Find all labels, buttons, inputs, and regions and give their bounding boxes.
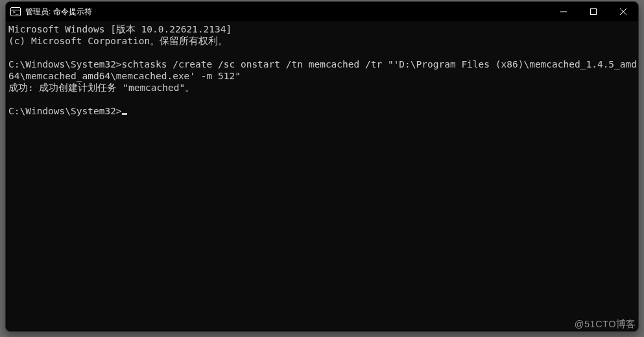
- minimize-button[interactable]: [549, 2, 578, 21]
- app-icon-wrap: >_: [6, 2, 25, 21]
- terminal-output[interactable]: Microsoft Windows [版本 10.0.22621.2134] (…: [6, 21, 638, 331]
- close-button[interactable]: [608, 2, 638, 21]
- result-text: 成功: 成功创建计划任务 "memcached"。: [8, 82, 195, 93]
- minimize-icon: [560, 8, 567, 15]
- titlebar-drag-region[interactable]: [95, 2, 549, 21]
- maximize-button[interactable]: [578, 2, 608, 21]
- maximize-icon: [590, 8, 597, 15]
- banner-line-2: (c) Microsoft Corporation。保留所有权利。: [8, 36, 228, 46]
- banner-line-1: Microsoft Windows [版本 10.0.22621.2134]: [8, 24, 232, 34]
- titlebar[interactable]: >_ 管理员: 命令提示符: [6, 2, 638, 21]
- command-prompt-window: >_ 管理员: 命令提示符 Microsoft Windows [版本 10.0…: [5, 1, 639, 332]
- close-icon: [620, 8, 626, 15]
- prompt-2: C:\Windows\System32>: [8, 106, 122, 116]
- prompt-1: C:\Windows\System32>: [8, 59, 122, 69]
- window-title: 管理员: 命令提示符: [25, 6, 95, 18]
- cmd-icon: >_: [10, 7, 21, 16]
- text-cursor: [122, 113, 127, 115]
- svg-rect-1: [591, 9, 597, 15]
